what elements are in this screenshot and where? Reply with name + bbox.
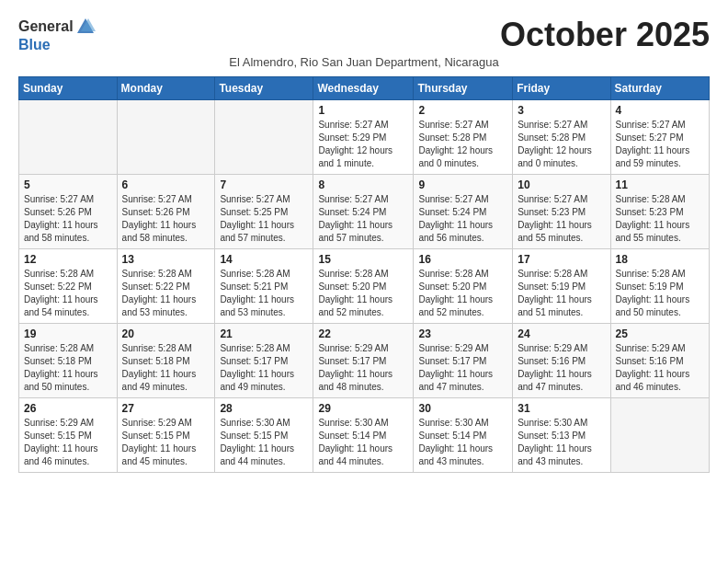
col-monday: Monday [117, 76, 215, 99]
day-info: Sunrise: 5:27 AMSunset: 5:26 PMDaylight:… [24, 193, 112, 245]
table-cell [117, 99, 215, 174]
day-info: Sunrise: 5:27 AMSunset: 5:24 PMDaylight:… [418, 193, 507, 245]
col-thursday: Thursday [414, 76, 513, 99]
day-info: Sunrise: 5:27 AMSunset: 5:26 PMDaylight:… [122, 193, 210, 245]
day-info: Sunrise: 5:28 AMSunset: 5:19 PMDaylight:… [518, 268, 605, 319]
day-number: 4 [616, 104, 704, 117]
day-number: 7 [220, 178, 308, 191]
day-number: 18 [616, 253, 704, 266]
day-number: 23 [418, 327, 507, 340]
col-friday: Friday [513, 76, 610, 99]
table-cell: 15Sunrise: 5:28 AMSunset: 5:20 PMDayligh… [313, 248, 414, 323]
day-info: Sunrise: 5:30 AMSunset: 5:14 PMDaylight:… [418, 417, 507, 468]
col-saturday: Saturday [610, 76, 709, 99]
table-cell: 13Sunrise: 5:28 AMSunset: 5:22 PMDayligh… [117, 248, 215, 323]
day-number: 10 [518, 178, 605, 191]
table-cell: 12Sunrise: 5:28 AMSunset: 5:22 PMDayligh… [19, 248, 118, 323]
day-number: 9 [418, 178, 507, 191]
day-info: Sunrise: 5:29 AMSunset: 5:15 PMDaylight:… [24, 417, 112, 468]
day-info: Sunrise: 5:29 AMSunset: 5:16 PMDaylight:… [518, 342, 605, 394]
table-cell: 9Sunrise: 5:27 AMSunset: 5:24 PMDaylight… [414, 174, 513, 248]
table-cell: 11Sunrise: 5:28 AMSunset: 5:23 PMDayligh… [610, 174, 709, 248]
day-number: 30 [418, 402, 507, 415]
table-cell: 1Sunrise: 5:27 AMSunset: 5:29 PMDaylight… [313, 99, 414, 174]
table-cell: 3Sunrise: 5:27 AMSunset: 5:28 PMDaylight… [513, 99, 610, 174]
day-info: Sunrise: 5:28 AMSunset: 5:23 PMDaylight:… [616, 193, 704, 245]
day-info: Sunrise: 5:28 AMSunset: 5:20 PMDaylight:… [318, 268, 408, 319]
page: General Blue October 2025 El Almendro, R… [0, 0, 728, 489]
table-cell: 28Sunrise: 5:30 AMSunset: 5:15 PMDayligh… [215, 397, 313, 472]
day-info: Sunrise: 5:28 AMSunset: 5:18 PMDaylight:… [122, 342, 210, 394]
day-number: 14 [220, 253, 308, 266]
header-area: General Blue October 2025 [18, 17, 710, 53]
day-info: Sunrise: 5:28 AMSunset: 5:18 PMDaylight:… [24, 342, 112, 394]
table-cell: 8Sunrise: 5:27 AMSunset: 5:24 PMDaylight… [313, 174, 414, 248]
day-info: Sunrise: 5:30 AMSunset: 5:15 PMDaylight:… [220, 417, 308, 468]
table-cell [215, 99, 313, 174]
day-info: Sunrise: 5:28 AMSunset: 5:19 PMDaylight:… [616, 268, 704, 319]
table-cell: 20Sunrise: 5:28 AMSunset: 5:18 PMDayligh… [117, 323, 215, 397]
day-number: 2 [418, 104, 507, 117]
logo: General Blue [18, 17, 96, 53]
table-cell: 2Sunrise: 5:27 AMSunset: 5:28 PMDaylight… [414, 99, 513, 174]
week-row-2: 5Sunrise: 5:27 AMSunset: 5:26 PMDaylight… [19, 174, 710, 248]
day-number: 20 [122, 327, 210, 340]
table-cell: 27Sunrise: 5:29 AMSunset: 5:15 PMDayligh… [117, 397, 215, 472]
table-cell: 10Sunrise: 5:27 AMSunset: 5:23 PMDayligh… [513, 174, 610, 248]
day-info: Sunrise: 5:27 AMSunset: 5:29 PMDaylight:… [318, 119, 408, 170]
week-row-5: 26Sunrise: 5:29 AMSunset: 5:15 PMDayligh… [19, 397, 710, 472]
table-cell: 21Sunrise: 5:28 AMSunset: 5:17 PMDayligh… [215, 323, 313, 397]
month-title: October 2025 [500, 17, 710, 53]
table-cell: 23Sunrise: 5:29 AMSunset: 5:17 PMDayligh… [414, 323, 513, 397]
day-info: Sunrise: 5:29 AMSunset: 5:17 PMDaylight:… [318, 342, 408, 394]
day-info: Sunrise: 5:29 AMSunset: 5:16 PMDaylight:… [616, 342, 704, 394]
table-cell: 30Sunrise: 5:30 AMSunset: 5:14 PMDayligh… [414, 397, 513, 472]
day-info: Sunrise: 5:27 AMSunset: 5:27 PMDaylight:… [616, 119, 704, 170]
table-cell: 7Sunrise: 5:27 AMSunset: 5:25 PMDaylight… [215, 174, 313, 248]
title-area: October 2025 [500, 17, 710, 53]
table-cell: 17Sunrise: 5:28 AMSunset: 5:19 PMDayligh… [513, 248, 610, 323]
day-number: 11 [616, 178, 704, 191]
day-info: Sunrise: 5:28 AMSunset: 5:17 PMDaylight:… [220, 342, 308, 394]
table-cell: 31Sunrise: 5:30 AMSunset: 5:13 PMDayligh… [513, 397, 610, 472]
table-cell: 14Sunrise: 5:28 AMSunset: 5:21 PMDayligh… [215, 248, 313, 323]
day-info: Sunrise: 5:30 AMSunset: 5:13 PMDaylight:… [518, 417, 605, 468]
day-number: 16 [418, 253, 507, 266]
col-tuesday: Tuesday [215, 76, 313, 99]
table-cell: 4Sunrise: 5:27 AMSunset: 5:27 PMDaylight… [610, 99, 709, 174]
day-number: 13 [122, 253, 210, 266]
table-cell: 6Sunrise: 5:27 AMSunset: 5:26 PMDaylight… [117, 174, 215, 248]
table-cell [610, 397, 709, 472]
day-number: 31 [518, 402, 605, 415]
day-info: Sunrise: 5:28 AMSunset: 5:20 PMDaylight:… [418, 268, 507, 319]
day-number: 6 [122, 178, 210, 191]
day-number: 21 [220, 327, 308, 340]
day-info: Sunrise: 5:27 AMSunset: 5:23 PMDaylight:… [518, 193, 605, 245]
subtitle: El Almendro, Rio San Juan Department, Ni… [18, 55, 710, 69]
table-cell: 19Sunrise: 5:28 AMSunset: 5:18 PMDayligh… [19, 323, 118, 397]
day-info: Sunrise: 5:30 AMSunset: 5:14 PMDaylight:… [318, 417, 408, 468]
day-info: Sunrise: 5:27 AMSunset: 5:28 PMDaylight:… [418, 119, 507, 170]
day-number: 17 [518, 253, 605, 266]
table-cell: 26Sunrise: 5:29 AMSunset: 5:15 PMDayligh… [19, 397, 118, 472]
week-row-1: 1Sunrise: 5:27 AMSunset: 5:29 PMDaylight… [19, 99, 710, 174]
calendar-header-row: Sunday Monday Tuesday Wednesday Thursday… [19, 76, 710, 99]
day-number: 28 [220, 402, 308, 415]
day-number: 12 [24, 253, 112, 266]
col-sunday: Sunday [19, 76, 118, 99]
day-number: 25 [616, 327, 704, 340]
day-info: Sunrise: 5:29 AMSunset: 5:17 PMDaylight:… [418, 342, 507, 394]
day-number: 3 [518, 104, 605, 117]
day-number: 24 [518, 327, 605, 340]
logo-icon [75, 17, 96, 37]
day-info: Sunrise: 5:27 AMSunset: 5:28 PMDaylight:… [518, 119, 605, 170]
day-number: 8 [318, 178, 408, 191]
table-cell: 25Sunrise: 5:29 AMSunset: 5:16 PMDayligh… [610, 323, 709, 397]
day-number: 1 [318, 104, 408, 117]
day-number: 29 [318, 402, 408, 415]
day-info: Sunrise: 5:27 AMSunset: 5:25 PMDaylight:… [220, 193, 308, 245]
day-info: Sunrise: 5:29 AMSunset: 5:15 PMDaylight:… [122, 417, 210, 468]
day-number: 26 [24, 402, 112, 415]
day-number: 19 [24, 327, 112, 340]
week-row-4: 19Sunrise: 5:28 AMSunset: 5:18 PMDayligh… [19, 323, 710, 397]
